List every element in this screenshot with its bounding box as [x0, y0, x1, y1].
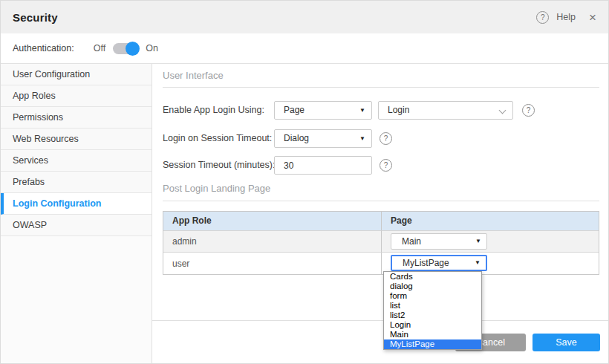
authentication-toggle[interactable] — [113, 43, 138, 54]
help-icon[interactable]: ? — [522, 104, 535, 117]
login-using-value: Page — [284, 105, 304, 115]
sidebar-item-login-configuration[interactable]: Login Configuration — [1, 193, 152, 215]
section-title-post-login: Post Login Landing Page — [163, 183, 270, 194]
login-using-select[interactable]: Page ▼ — [274, 101, 372, 120]
section-divider — [163, 201, 599, 201]
dropdown-option-list2[interactable]: list2 — [384, 311, 481, 320]
caret-down-icon: ▼ — [359, 130, 365, 147]
security-dialog: Security ? Help × Authentication: Off On… — [0, 0, 609, 364]
user-page-select[interactable]: MyListPage ▼ — [391, 255, 487, 271]
help-icon-glyph: ? — [541, 13, 545, 22]
dropdown-option-mylistpage[interactable]: MyListPage — [384, 339, 481, 349]
enable-app-login-label: Enable App Login Using: — [163, 101, 264, 120]
sidebar-item-prefabs[interactable]: Prefabs — [1, 172, 152, 193]
column-header-page: Page — [381, 212, 599, 230]
sidebar-item-permissions[interactable]: Permissions — [1, 107, 152, 129]
login-page-value: Login — [388, 105, 409, 115]
sidebar-item-app-roles[interactable]: App Roles — [1, 85, 152, 107]
dropdown-option-dialog[interactable]: dialog — [384, 282, 481, 291]
settings-sidebar: User Configuration App Roles Permissions… — [1, 64, 152, 363]
session-timeout-minutes-label: Session Timeout (minutes): — [163, 156, 275, 175]
section-title-user-interface: User Interface — [163, 70, 224, 81]
sidebar-item-services[interactable]: Services — [1, 150, 152, 172]
table-header-row: App Role Page — [163, 212, 599, 230]
section-divider — [163, 87, 599, 88]
help-icon-glyph: ? — [527, 106, 531, 114]
post-login-table: App Role Page admin Main ▼ user MyListPa… — [163, 211, 599, 275]
page-select-dropdown-list: Cards dialog form list list2 Login Main … — [383, 271, 482, 350]
authentication-label: Authentication: — [13, 43, 74, 53]
session-timeout-login-label: Login on Session Timeout: — [163, 129, 272, 148]
main-panel: User Interface Enable App Login Using: P… — [152, 64, 608, 363]
help-link[interactable]: Help — [556, 12, 576, 22]
dropdown-option-form[interactable]: form — [384, 291, 481, 301]
caret-down-icon: ▼ — [475, 234, 481, 249]
page-title: Security — [13, 11, 58, 24]
sidebar-item-user-configuration[interactable]: User Configuration — [1, 64, 152, 85]
chevron-down-icon — [499, 107, 507, 114]
header-actions: ? Help × — [536, 11, 596, 24]
help-icon[interactable]: ? — [380, 159, 392, 172]
sidebar-item-web-resources[interactable]: Web Resources — [1, 129, 152, 150]
app-role-cell: user — [163, 252, 381, 274]
session-timeout-input[interactable] — [274, 156, 372, 175]
dialog-header: Security ? Help × — [1, 1, 608, 33]
table-row: user MyListPage ▼ — [163, 252, 599, 274]
toggle-off-label: Off — [94, 43, 105, 53]
caret-down-icon: ▼ — [359, 102, 365, 119]
admin-page-value: Main — [402, 236, 421, 247]
session-timeout-value: Dialog — [284, 133, 309, 143]
table-row: admin Main ▼ — [163, 230, 599, 252]
session-timeout-select[interactable]: Dialog ▼ — [274, 129, 372, 148]
dropdown-option-cards[interactable]: Cards — [384, 272, 481, 282]
dropdown-option-list[interactable]: list — [384, 301, 481, 311]
footer-divider — [152, 320, 608, 321]
authentication-bar: Authentication: Off On — [1, 33, 608, 64]
help-icon[interactable]: ? — [380, 132, 392, 145]
login-page-select[interactable]: Login — [378, 101, 513, 120]
dropdown-option-main[interactable]: Main — [384, 330, 481, 339]
caret-down-icon: ▼ — [475, 256, 481, 270]
dropdown-option-login[interactable]: Login — [384, 320, 481, 330]
save-button[interactable]: Save — [533, 334, 600, 351]
admin-page-select[interactable]: Main ▼ — [391, 233, 487, 250]
help-icon-glyph: ? — [384, 134, 388, 143]
sidebar-item-owasp[interactable]: OWASP — [1, 215, 152, 236]
user-page-value: MyListPage — [403, 258, 449, 268]
column-header-app-role: App Role — [163, 212, 381, 230]
page-cell: Main ▼ — [381, 230, 599, 252]
close-icon[interactable]: × — [589, 11, 596, 24]
app-role-cell: admin — [163, 230, 381, 252]
toggle-on-label: On — [146, 43, 158, 53]
help-icon-glyph: ? — [384, 161, 388, 169]
help-icon[interactable]: ? — [536, 11, 549, 24]
toggle-thumb — [126, 42, 140, 56]
